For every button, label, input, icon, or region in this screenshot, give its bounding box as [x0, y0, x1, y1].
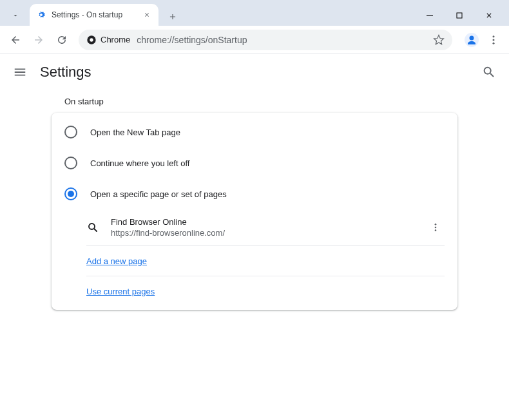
- maximize-button[interactable]: [445, 5, 474, 26]
- menu-toggle-button[interactable]: [13, 65, 27, 79]
- radio-icon: [64, 126, 77, 138]
- arrow-right-icon: [33, 34, 44, 46]
- site-info[interactable]: Chrome: [86, 35, 130, 45]
- svg-point-6: [493, 35, 495, 37]
- radio-icon: [64, 157, 77, 169]
- minimize-icon: [426, 12, 434, 19]
- svg-point-7: [493, 39, 495, 41]
- window-controls: [415, 5, 504, 26]
- close-window-button[interactable]: [474, 5, 504, 26]
- tab-title: Settings - On startup: [52, 10, 137, 19]
- back-button[interactable]: [5, 30, 26, 50]
- chrome-menu-button[interactable]: [483, 30, 504, 50]
- close-icon: [485, 12, 493, 19]
- svg-point-8: [493, 42, 495, 44]
- radio-label: Continue where you left off: [90, 158, 189, 168]
- maximize-icon: [456, 12, 463, 19]
- address-bar[interactable]: Chrome chrome://settings/onStartup: [79, 30, 452, 50]
- radio-specific-pages[interactable]: Open a specific page or set of pages: [52, 178, 457, 209]
- section-heading: On startup: [52, 97, 457, 106]
- page-title: Settings: [40, 64, 469, 81]
- svg-point-13: [435, 229, 437, 231]
- page-more-button[interactable]: [427, 218, 445, 236]
- reload-button[interactable]: [52, 30, 72, 50]
- magnifier-icon: [86, 221, 99, 234]
- svg-line-10: [94, 229, 97, 231]
- radio-label: Open the New Tab page: [90, 128, 180, 137]
- search-settings-button[interactable]: [482, 65, 496, 79]
- bookmark-button[interactable]: [433, 34, 445, 46]
- use-current-row: Use current pages: [52, 276, 457, 306]
- close-icon: [144, 12, 150, 18]
- star-icon: [433, 34, 445, 46]
- arrow-left-icon: [10, 34, 21, 46]
- startup-page-url: https://find-browseronline.com/: [111, 228, 415, 238]
- browser-toolbar: Chrome chrome://settings/onStartup: [0, 26, 509, 54]
- forward-button[interactable]: [28, 30, 49, 50]
- svg-rect-1: [457, 13, 462, 18]
- radio-new-tab[interactable]: Open the New Tab page: [52, 117, 457, 148]
- search-icon: [482, 65, 496, 79]
- startup-options-card: Open the New Tab page Continue where you…: [52, 113, 457, 310]
- add-page-row: Add a new page: [52, 246, 457, 276]
- settings-header: Settings: [0, 54, 509, 90]
- svg-point-11: [435, 224, 437, 225]
- add-new-page-link[interactable]: Add a new page: [86, 256, 147, 266]
- svg-point-12: [435, 227, 437, 229]
- more-vertical-icon: [488, 34, 499, 46]
- hamburger-icon: [13, 65, 27, 79]
- reload-icon: [56, 34, 68, 46]
- chrome-label: Chrome: [101, 35, 130, 44]
- profile-button[interactable]: [463, 31, 481, 49]
- plus-icon: [168, 12, 177, 21]
- radio-label: Open a specific page or set of pages: [90, 189, 227, 199]
- url-text: chrome://settings/onStartup: [137, 35, 427, 45]
- tab-close-button[interactable]: [142, 10, 152, 20]
- gear-icon: [36, 10, 46, 20]
- startup-page-name: Find Browser Online: [111, 217, 415, 227]
- browser-tab[interactable]: Settings - On startup: [30, 4, 158, 26]
- startup-page-item: Find Browser Online https://find-browser…: [52, 209, 457, 245]
- new-tab-button[interactable]: [164, 8, 182, 26]
- radio-continue[interactable]: Continue where you left off: [52, 148, 457, 178]
- svg-point-5: [470, 35, 474, 40]
- chevron-down-icon: [12, 12, 19, 19]
- radio-icon-selected: [64, 187, 77, 200]
- settings-content: On startup Open the New Tab page Continu…: [0, 90, 509, 310]
- svg-point-3: [90, 38, 93, 41]
- window-titlebar: Settings - On startup: [0, 0, 509, 26]
- tabs-dropdown-button[interactable]: [5, 5, 26, 26]
- profile-icon: [464, 32, 479, 48]
- minimize-button[interactable]: [415, 5, 445, 26]
- more-vertical-icon: [430, 222, 441, 233]
- svg-rect-0: [427, 15, 433, 16]
- use-current-pages-link[interactable]: Use current pages: [86, 287, 155, 296]
- chrome-icon: [86, 35, 97, 45]
